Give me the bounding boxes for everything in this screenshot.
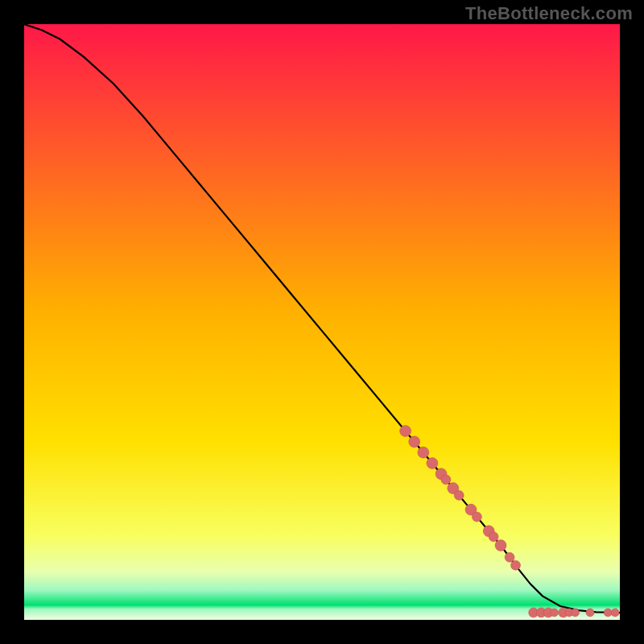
data-point (511, 560, 521, 570)
data-point (572, 609, 580, 617)
watermark-label: TheBottleneck.com (465, 3, 633, 24)
data-point (441, 475, 451, 485)
data-point (495, 540, 506, 551)
data-point (454, 490, 464, 500)
figure-canvas: TheBottleneck.com (0, 0, 644, 644)
data-point (505, 552, 514, 562)
chart-svg (24, 24, 620, 620)
plot-area (24, 24, 620, 620)
data-point (586, 609, 594, 617)
data-point (489, 532, 498, 542)
data-point (604, 609, 612, 617)
data-point (427, 457, 438, 469)
gradient-background (24, 24, 620, 620)
data-point (611, 609, 619, 617)
data-point (400, 425, 411, 436)
data-point (418, 447, 429, 458)
data-point (551, 609, 559, 617)
data-point (409, 436, 420, 448)
data-point (472, 512, 481, 522)
